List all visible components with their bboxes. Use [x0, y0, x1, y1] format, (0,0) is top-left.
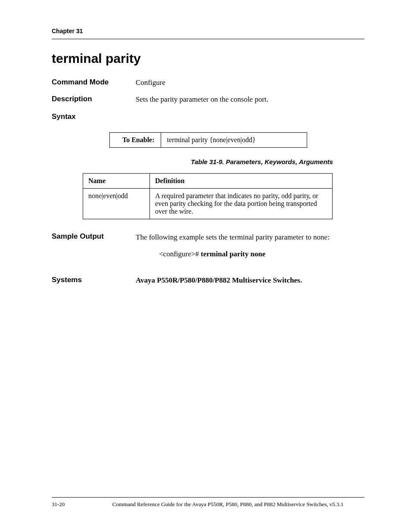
systems-value: Avaya P550R/P580/P880/P882 Multiservice … — [136, 276, 364, 286]
sample-output-row: Sample Output The following example sets… — [52, 232, 364, 269]
systems-label: Systems — [52, 276, 136, 286]
command-mode-row: Command Mode Configure — [52, 78, 364, 88]
page-title: terminal parity — [52, 51, 364, 66]
param-definition: A required parameter that indicates no p… — [150, 188, 333, 219]
param-name: none|even|odd — [83, 188, 150, 219]
footer-text: Command Reference Guide for the Avaya P5… — [91, 501, 364, 508]
param-table-caption: Table 31-9. Parameters, Keywords, Argume… — [159, 158, 364, 165]
running-header: Chapter 31 — [52, 28, 364, 39]
param-th-definition: Definition — [150, 173, 333, 188]
command-mode-value: Configure — [136, 78, 364, 88]
command-mode-label: Command Mode — [52, 78, 136, 88]
description-row: Description Sets the parity parameter on… — [52, 95, 364, 105]
table-row: none|even|odd A required parameter that … — [83, 188, 333, 219]
sample-output-label: Sample Output — [52, 232, 136, 269]
footer-page-number: 31-20 — [52, 501, 91, 508]
sample-cmd: terminal parity none — [201, 250, 265, 258]
description-label: Description — [52, 95, 136, 105]
param-table: Name Definition none|even|odd A required… — [83, 173, 333, 219]
syntax-label: Syntax — [52, 112, 364, 121]
param-th-name: Name — [83, 173, 150, 188]
sample-output-command: <configure># terminal parity none — [159, 249, 364, 260]
sample-output-intro: The following example sets the terminal … — [136, 232, 364, 243]
enable-value: terminal parity {none|even|odd} — [161, 132, 307, 147]
sample-prompt: <configure># — [159, 250, 201, 258]
enable-label: To Enable: — [109, 132, 161, 147]
enable-table: To Enable: terminal parity {none|even|od… — [109, 132, 307, 148]
page-footer: 31-20 Command Reference Guide for the Av… — [52, 497, 364, 508]
description-value: Sets the parity parameter on the console… — [136, 95, 364, 105]
systems-row: Systems Avaya P550R/P580/P880/P882 Multi… — [52, 276, 364, 286]
